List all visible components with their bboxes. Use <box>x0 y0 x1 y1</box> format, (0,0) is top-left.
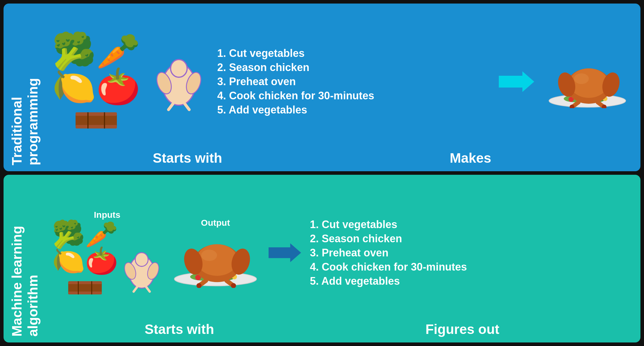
svg-line-7 <box>169 104 173 110</box>
bottom-cooked-chicken-svg <box>171 229 260 288</box>
bottom-steps-block: 1. Cut vegetables2. Season chicken3. Pre… <box>310 218 629 287</box>
svg-line-34 <box>146 287 150 292</box>
bottom-figures-out-label: Figures out <box>425 321 499 337</box>
svg-marker-51 <box>269 243 301 262</box>
output-label: Output <box>201 218 230 228</box>
top-step-item: 2. Season chicken <box>217 61 487 74</box>
cooked-chicken-svg <box>546 55 629 108</box>
svg-line-33 <box>134 287 137 292</box>
bottom-content: Inputs 🥦🥕🍋🍅 <box>46 175 640 342</box>
bottom-raw-chicken-block <box>121 244 162 296</box>
raw-chicken-svg <box>152 52 205 111</box>
top-content: 🥦🥕🍋🍅 <box>46 4 640 171</box>
svg-point-18 <box>570 68 608 98</box>
bottom-vegetables-block: 🥦🥕🍋🍅 <box>52 221 118 296</box>
svg-point-32 <box>135 253 148 266</box>
top-panel: Traditional programming 🥦🥕🍋🍅 <box>4 4 640 171</box>
bottom-step-item: 4. Cook chicken for 30-minutes <box>310 261 629 273</box>
vegetables-emoji: 🥦🥕🍋🍅 <box>52 33 140 104</box>
bottom-raw-chicken-svg <box>121 244 162 296</box>
bottom-arrow-block <box>269 242 301 264</box>
top-steps-block: 1. Cut vegetables2. Season chicken3. Pre… <box>217 47 487 116</box>
svg-rect-2 <box>76 125 117 128</box>
raw-chicken-icon-block <box>152 52 205 111</box>
top-arrow-svg <box>499 70 534 93</box>
svg-rect-27 <box>68 281 102 284</box>
bottom-bottom-labels: Starts with Figures out <box>4 321 640 337</box>
svg-point-48 <box>231 283 236 288</box>
bottom-vegetables-emoji: 🥦🥕🍋🍅 <box>52 221 118 274</box>
top-step-item: 3. Preheat oven <box>217 75 487 88</box>
svg-rect-1 <box>76 112 117 116</box>
top-side-label: Traditional programming <box>4 4 46 171</box>
bottom-step-item: 5. Add vegetables <box>310 275 629 287</box>
top-steps-list: 1. Cut vegetables2. Season chicken3. Pre… <box>217 47 487 116</box>
bottom-arrow-svg <box>269 242 301 264</box>
bottom-side-label: Machine learning algorithm <box>4 175 46 342</box>
output-group: Output <box>171 218 260 288</box>
svg-point-47 <box>197 283 202 288</box>
top-main-row: 🥦🥕🍋🍅 <box>46 4 640 171</box>
vegetables-icon-block: 🥦🥕🍋🍅 <box>52 33 140 130</box>
bottom-steps-list: 1. Cut vegetables2. Season chicken3. Pre… <box>310 218 629 287</box>
bottom-main-row: Inputs 🥦🥕🍋🍅 <box>46 175 640 342</box>
top-step-item: 4. Cook chicken for 30-minutes <box>217 90 487 102</box>
inputs-label: Inputs <box>94 210 120 220</box>
svg-marker-11 <box>499 71 534 92</box>
top-bottom-labels: Starts with Makes <box>4 150 640 166</box>
svg-point-44 <box>201 250 217 261</box>
top-step-item: 5. Add vegetables <box>217 104 487 116</box>
svg-point-6 <box>171 60 187 77</box>
inputs-group: Inputs 🥦🥕🍋🍅 <box>52 210 162 296</box>
bottom-step-item: 3. Preheat oven <box>310 247 629 259</box>
top-makes-label: Makes <box>450 150 491 166</box>
svg-line-8 <box>185 104 189 110</box>
top-starts-with-label: Starts with <box>153 150 222 166</box>
bottom-step-item: 1. Cut vegetables <box>310 218 629 231</box>
svg-point-19 <box>574 73 589 84</box>
bottom-step-item: 2. Season chicken <box>310 233 629 245</box>
bottom-starts-with-label: Starts with <box>145 321 214 337</box>
crate-svg <box>73 106 120 130</box>
top-step-item: 1. Cut vegetables <box>217 47 487 60</box>
svg-rect-28 <box>68 291 102 294</box>
inputs-emojis: 🥦🥕🍋🍅 <box>52 221 162 296</box>
cooked-chicken-icon-block <box>546 55 629 108</box>
top-arrow-block <box>499 70 534 93</box>
bottom-crate-svg <box>66 276 104 296</box>
bottom-panel: Machine learning algorithm Inputs 🥦🥕🍋🍅 <box>4 175 640 342</box>
svg-point-43 <box>197 244 238 276</box>
